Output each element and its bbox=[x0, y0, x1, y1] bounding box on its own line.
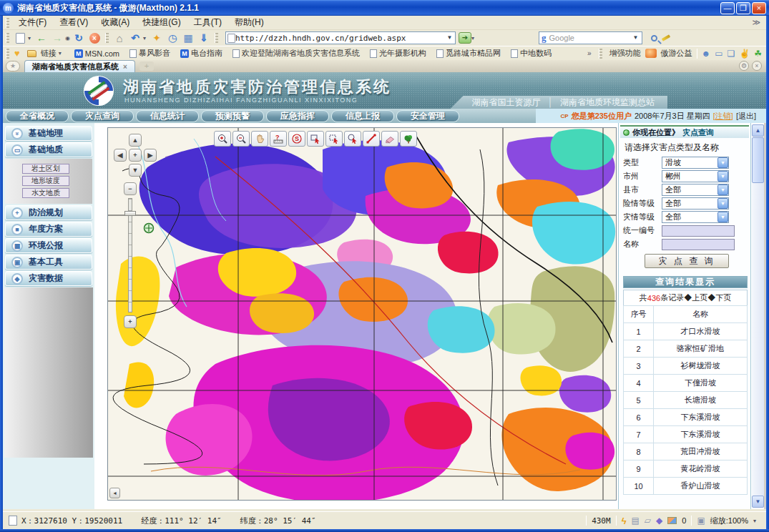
type-select[interactable]: 滑坡 ▼ bbox=[662, 157, 729, 169]
menu-view[interactable]: 查看(V) bbox=[53, 15, 94, 30]
link-geo-env-station[interactable]: 湖南省地质环境监测总站 bbox=[560, 97, 655, 109]
history-dropdown[interactable]: ◉ bbox=[65, 35, 71, 41]
charity-heart-icon[interactable] bbox=[645, 49, 657, 58]
row-name[interactable]: 长塘滑坡 bbox=[654, 392, 748, 409]
table-row[interactable]: 3衫树垅滑坡 bbox=[624, 358, 748, 375]
zoom-plus-button[interactable]: + bbox=[124, 315, 137, 328]
table-row[interactable]: 2骆家恒矿滑地 bbox=[624, 340, 748, 358]
search-icon[interactable] bbox=[651, 35, 657, 41]
pan-right-button[interactable]: ▶ bbox=[144, 149, 157, 162]
table-row[interactable]: 6下东溪滑坡 bbox=[624, 409, 748, 426]
menu-file[interactable]: 文件(F) bbox=[12, 15, 53, 30]
menu-tools[interactable]: 工具(T) bbox=[187, 15, 228, 30]
tray-icon[interactable]: ▤ bbox=[632, 516, 640, 526]
select-rect-tool[interactable] bbox=[307, 131, 324, 147]
scroll-down-button[interactable]: ▼ bbox=[752, 496, 764, 508]
sidebar-item-basic-tools[interactable]: ▣ 基本工具 bbox=[5, 255, 92, 270]
sidebar-item-base-geography[interactable]: » 基础地理 bbox=[5, 126, 92, 141]
page-scrollbar[interactable]: ▲ ▼ bbox=[752, 124, 764, 508]
menu-help[interactable]: 帮助(H) bbox=[228, 15, 270, 30]
row-name[interactable]: 黄花岭滑坡 bbox=[654, 460, 748, 478]
row-name[interactable]: 才口水滑坡 bbox=[654, 323, 748, 340]
address-url[interactable]: http://dzzh.hndh.gov.cn/gridweb.aspx bbox=[235, 34, 446, 43]
minimize-button[interactable]: — bbox=[720, 2, 735, 14]
tab-tools-wrench-icon[interactable]: ⚙ bbox=[739, 61, 749, 71]
select-polygon-tool[interactable] bbox=[325, 131, 343, 147]
chevron-down-icon[interactable]: ▼ bbox=[717, 157, 728, 168]
proxy-globe-icon[interactable]: ☻ bbox=[702, 49, 711, 59]
chevron-down-icon[interactable]: ▼ bbox=[717, 171, 728, 182]
layers-icon[interactable]: ❏ bbox=[727, 49, 735, 59]
address-bar[interactable]: http://dzzh.hndh.gov.cn/gridweb.aspx ▼ bbox=[225, 31, 456, 44]
link-guangnian[interactable]: 光年摄影机构 bbox=[370, 48, 426, 59]
link-baofeng[interactable]: 暴风影音 bbox=[129, 48, 170, 59]
zoom-out-tool[interactable] bbox=[232, 131, 250, 147]
plugin-diamond-icon[interactable]: ◆ bbox=[656, 516, 662, 526]
chevron-down-icon[interactable]: ▼ bbox=[717, 198, 728, 209]
link-radio[interactable]: M电台指南 bbox=[180, 48, 222, 59]
window-icon[interactable]: ▭ bbox=[715, 49, 723, 59]
home-button[interactable]: ⌂ bbox=[112, 31, 127, 45]
favorite-heart-icon[interactable]: ♥ bbox=[14, 48, 20, 59]
enhance-label[interactable]: 增强功能 bbox=[609, 48, 641, 59]
chevron-down-icon[interactable]: ▼ bbox=[717, 184, 728, 195]
page-zoom-label[interactable]: 缩放:100% bbox=[710, 516, 748, 526]
back-button[interactable]: ← bbox=[34, 31, 49, 45]
county-select[interactable]: 全部 ▼ bbox=[662, 184, 729, 196]
table-row[interactable]: 4下僮滑坡 bbox=[624, 375, 748, 392]
row-name[interactable]: 下东溪滑坡 bbox=[654, 409, 748, 426]
pan-down-button[interactable]: ▼ bbox=[129, 164, 142, 177]
zoom-in-tool[interactable] bbox=[214, 131, 231, 147]
history-clock-icon[interactable]: ◷ bbox=[165, 31, 180, 45]
exit-link[interactable]: [退出] bbox=[736, 111, 756, 122]
row-name[interactable]: 荒田冲滑坡 bbox=[654, 443, 748, 460]
table-row[interactable]: 10香炉山滑坡 bbox=[624, 478, 748, 495]
link-zhongdi[interactable]: 中地数码 bbox=[511, 48, 552, 59]
sidebar-item-base-geology[interactable]: ▭ 基础地质 bbox=[5, 142, 92, 157]
sub-item-terrain-slope[interactable]: 地形坡度 bbox=[22, 176, 69, 186]
new-page-icon[interactable] bbox=[16, 33, 25, 44]
search-box[interactable]: g Google ▼ bbox=[539, 31, 642, 44]
panels-icon[interactable]: ▦ bbox=[180, 31, 196, 45]
go-dropdown[interactable]: ▾ bbox=[471, 35, 477, 41]
collapse-chevron-icon[interactable]: ≫ bbox=[752, 18, 760, 27]
nav-overview[interactable]: 全省概况 bbox=[6, 110, 69, 122]
chevron-down-icon[interactable]: ▼ bbox=[717, 212, 728, 222]
row-name[interactable]: 下东溪滑坡 bbox=[654, 426, 748, 443]
logout-link[interactable]: [注销] bbox=[713, 111, 733, 122]
sidebar-item-prevention-plan[interactable]: + 防治规划 bbox=[5, 205, 92, 220]
risk-level-select[interactable]: 全部 ▼ bbox=[662, 197, 729, 210]
pan-center-button[interactable]: + bbox=[129, 149, 142, 162]
forward-button[interactable]: → bbox=[49, 31, 65, 45]
draw-line-tool[interactable] bbox=[363, 131, 380, 147]
next-page-link[interactable]: ◆下页 bbox=[707, 292, 731, 303]
nav-security[interactable]: 安全管理 bbox=[396, 110, 459, 122]
download-button[interactable]: ⇓ bbox=[196, 31, 212, 45]
scroll-thumb[interactable] bbox=[752, 137, 764, 183]
prev-page-link[interactable]: ◆上页 bbox=[684, 292, 707, 303]
tab-active[interactable]: 湖南省地质灾害信息系统 × bbox=[24, 60, 135, 72]
sidebar-item-disaster-data[interactable]: ◆ 灾害数据 bbox=[5, 271, 92, 286]
map-viewport[interactable]: ? S ▲ ◀ + ▶ ▼ − + ◂ bbox=[107, 127, 617, 501]
nav-disaster-query[interactable]: 灾点查询 bbox=[71, 110, 134, 122]
resize-icon[interactable]: ▣ bbox=[697, 516, 705, 526]
table-row[interactable]: 8荒田冲滑坡 bbox=[624, 443, 748, 460]
row-name[interactable]: 骆家恒矿滑地 bbox=[654, 340, 748, 358]
eraser-tool[interactable] bbox=[381, 131, 398, 147]
sub-item-rock-zoning[interactable]: 岩土区划 bbox=[22, 164, 69, 174]
address-dropdown[interactable]: ▼ bbox=[446, 33, 454, 43]
maximize-button[interactable]: ❐ bbox=[736, 2, 750, 14]
table-row[interactable]: 5长塘滑坡 bbox=[624, 392, 748, 409]
search-input[interactable]: Google bbox=[549, 34, 632, 42]
table-row[interactable]: 1才口水滑坡 bbox=[624, 323, 748, 340]
sub-item-hydrogeology[interactable]: 水文地质 bbox=[22, 188, 69, 198]
sidebar-item-annual-plan[interactable]: ■ 年度方案 bbox=[5, 222, 92, 237]
tab-close-icon[interactable]: × bbox=[123, 63, 127, 71]
menu-favorites[interactable]: 收藏(A) bbox=[94, 15, 136, 30]
more-links-chevron[interactable]: » bbox=[587, 49, 592, 57]
link-milu[interactable]: 觅路城市精品网 bbox=[436, 48, 501, 59]
search-dropdown[interactable]: ▼ bbox=[632, 33, 640, 43]
zoom-minus-button[interactable]: − bbox=[124, 182, 137, 195]
table-row[interactable]: 9黄花岭滑坡 bbox=[624, 460, 748, 478]
nav-emergency[interactable]: 应急指挥 bbox=[266, 110, 329, 122]
